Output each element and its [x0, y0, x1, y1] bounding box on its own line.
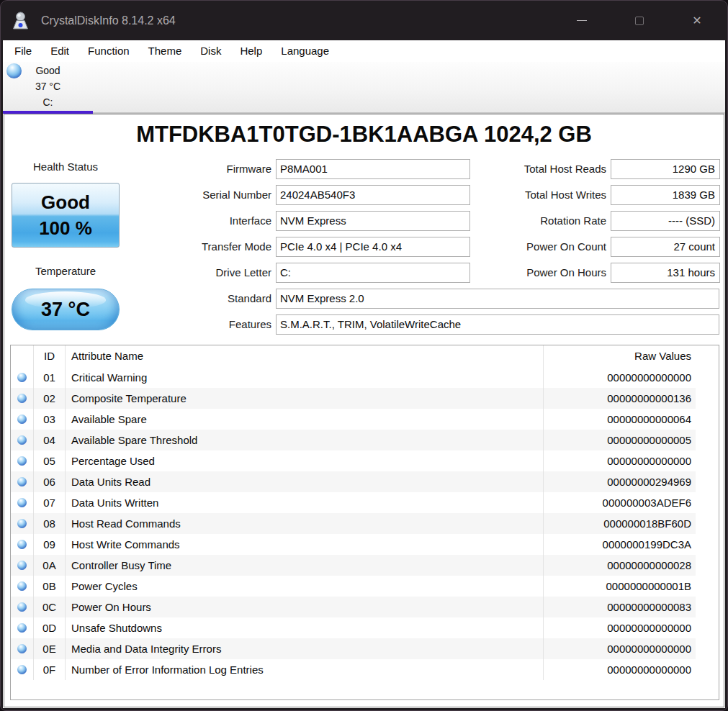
window-title: CrystalDiskInfo 8.14.2 x64 [41, 1, 176, 40]
row-name-cell: Host Write Commands [65, 534, 543, 555]
smart-attribute-table: ID Attribute Name Raw Values 01 Critical… [10, 345, 719, 700]
field-label: Features [4, 314, 276, 335]
menu-item[interactable]: Edit [41, 40, 78, 62]
row-raw-cell: 000000003ADEF6 [543, 492, 696, 513]
field-value-box: 1290 GB [611, 159, 720, 179]
row-name-cell: Data Units Written [65, 492, 543, 513]
status-orb-icon [17, 415, 27, 424]
row-status-cell [11, 513, 33, 534]
status-orb-icon [17, 373, 27, 382]
field-value-box: 131 hours [611, 263, 720, 283]
row-status-cell [11, 430, 33, 450]
field-value-box: ---- (SSD) [611, 211, 720, 231]
field-value-box: 1839 GB [611, 185, 720, 205]
menubar: File Edit Function Theme Disk Help Langu… [3, 40, 725, 62]
table-row[interactable]: 09 Host Write Commands 0000000199DC3A [11, 534, 719, 555]
row-status-cell [11, 492, 33, 513]
drive-tab-c[interactable]: Good 37 °C C: [3, 62, 93, 111]
status-orb-icon [17, 644, 27, 653]
field-label: Transfer Mode [4, 237, 276, 257]
row-blank-cell [696, 555, 719, 576]
row-name-cell: Composite Temperature [65, 388, 543, 409]
field-value-box: 27 count [611, 237, 720, 257]
row-status-cell [11, 659, 33, 680]
row-id-cell: 01 [33, 367, 65, 388]
maximize-button[interactable] [611, 1, 668, 40]
drive-tab-status: Good [3, 63, 93, 78]
header-raw-values: Raw Values [543, 345, 696, 367]
row-blank-cell [696, 450, 719, 471]
row-id-cell: 07 [33, 492, 65, 513]
menu-item[interactable]: Theme [139, 40, 192, 62]
row-id-cell: 0B [33, 576, 65, 597]
row-raw-cell: 00000000000005 [543, 430, 696, 450]
status-orb-icon [17, 519, 27, 528]
row-status-cell [11, 597, 33, 617]
table-row[interactable]: 07 Data Units Written 000000003ADEF6 [11, 492, 719, 513]
row-blank-cell [696, 617, 719, 638]
row-blank-cell [696, 638, 719, 659]
table-row[interactable]: 04 Available Spare Threshold 00000000000… [11, 430, 719, 450]
row-id-cell: 0D [33, 617, 65, 638]
close-icon: ✕ [692, 14, 701, 27]
row-raw-cell: 00000000000000 [543, 638, 696, 659]
minimize-button[interactable] [553, 1, 611, 40]
menu-item[interactable]: Help [230, 40, 271, 62]
maximize-icon [635, 17, 644, 25]
field-row: Total Host Reads 1290 GB [436, 159, 720, 179]
status-orb-icon [17, 477, 27, 486]
table-row[interactable]: 05 Percentage Used 00000000000000 [11, 450, 719, 471]
row-name-cell: Critical Warning [65, 367, 543, 388]
drive-tabstrip: Good 37 °C C: [3, 62, 725, 114]
app-window: CrystalDiskInfo 8.14.2 x64 ✕ File Edit F… [0, 0, 728, 711]
row-name-cell: Host Read Commands [65, 513, 543, 534]
field-row: Power On Hours 131 hours [436, 263, 720, 283]
row-blank-cell [696, 659, 719, 680]
table-row[interactable]: 03 Available Spare 00000000000064 [11, 409, 719, 430]
status-orb-icon [17, 665, 27, 674]
status-orb-icon [17, 498, 27, 507]
row-status-cell [11, 409, 33, 430]
field-label: Total Host Reads [436, 159, 611, 179]
field-label: Power On Count [436, 237, 611, 257]
row-id-cell: 04 [33, 430, 65, 450]
table-row[interactable]: 02 Composite Temperature 00000000000136 [11, 388, 719, 409]
row-blank-cell [696, 534, 719, 555]
close-button[interactable]: ✕ [668, 1, 726, 40]
field-row: Rotation Rate ---- (SSD) [436, 211, 720, 231]
row-status-cell [11, 555, 33, 576]
table-row[interactable]: 08 Host Read Commands 000000018BF60D [11, 513, 719, 534]
row-status-cell [11, 576, 33, 597]
row-id-cell: 06 [33, 471, 65, 492]
table-row[interactable]: 01 Critical Warning 00000000000000 [11, 367, 719, 388]
table-row[interactable]: 0F Number of Error Information Log Entri… [11, 659, 719, 680]
row-blank-cell [696, 367, 719, 388]
row-raw-cell: 00000000000000 [543, 367, 696, 388]
status-orb-icon [17, 394, 27, 403]
row-name-cell: Power On Hours [65, 597, 543, 617]
menu-item[interactable]: Disk [191, 40, 230, 62]
row-status-cell [11, 388, 33, 409]
row-name-cell: Unsafe Shutdowns [65, 617, 543, 638]
drive-info-panel: MTFDKBA1T0TGD-1BK1AABGA 1024,2 GB Health… [4, 114, 724, 707]
status-orb-icon [17, 561, 27, 570]
header-status-column [11, 345, 33, 367]
field-label: Interface [4, 211, 276, 231]
menu-item[interactable]: Language [271, 40, 338, 62]
table-row[interactable]: 0D Unsafe Shutdowns 00000000000000 [11, 617, 719, 638]
menu-item[interactable]: Function [78, 40, 139, 62]
menu-item[interactable]: File [5, 40, 41, 62]
titlebar: CrystalDiskInfo 8.14.2 x64 ✕ [1, 1, 727, 40]
row-status-cell [11, 617, 33, 638]
table-row[interactable]: 0B Power Cycles 0000000000001B [11, 576, 719, 597]
row-blank-cell [696, 409, 719, 430]
table-row[interactable]: 0E Media and Data Integrity Errors 00000… [11, 638, 719, 659]
table-row[interactable]: 06 Data Units Read 00000000294969 [11, 471, 719, 492]
table-row[interactable]: 0A Controller Busy Time 00000000000028 [11, 555, 719, 576]
table-row[interactable]: 0C Power On Hours 00000000000083 [11, 597, 719, 617]
status-orb-icon [17, 581, 27, 591]
header-attribute-name: Attribute Name [65, 345, 543, 367]
field-row: Total Host Writes 1839 GB [436, 185, 720, 205]
row-raw-cell: 00000000000064 [543, 409, 696, 430]
status-orb-icon [17, 435, 27, 445]
